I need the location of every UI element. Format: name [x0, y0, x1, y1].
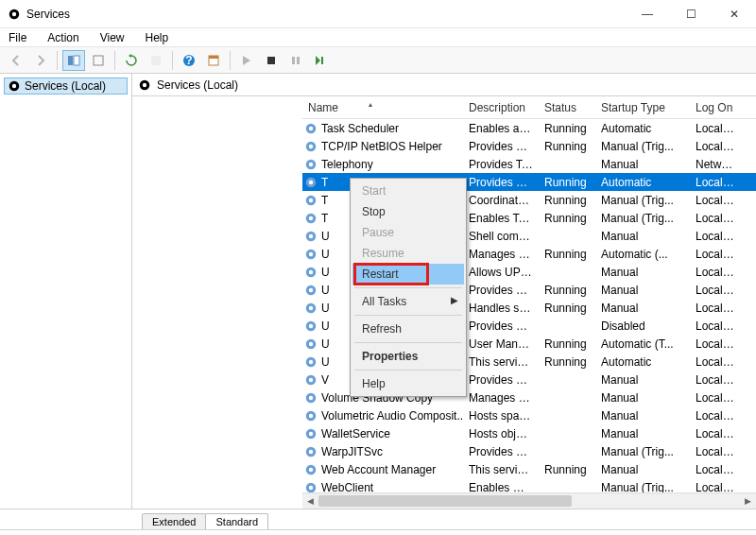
toolbar-separator [172, 51, 173, 70]
window-controls: — ☐ ✕ [626, 0, 756, 28]
service-name: Web Account Manager [321, 463, 436, 476]
service-startup: Manual (Trig... [595, 212, 690, 225]
restart-service-button[interactable] [309, 50, 332, 71]
service-status: Running [539, 302, 595, 315]
menu-action[interactable]: Action [43, 29, 82, 46]
forward-button[interactable] [29, 50, 52, 71]
menu-file[interactable]: File [5, 29, 30, 46]
scroll-right-button[interactable]: ▶ [740, 493, 756, 509]
column-description[interactable]: Description [463, 101, 539, 114]
svg-rect-12 [297, 57, 300, 64]
export-list-button[interactable] [145, 50, 167, 71]
refresh-button[interactable] [120, 50, 143, 71]
svg-point-37 [309, 287, 313, 291]
column-name[interactable]: Name▴ [302, 101, 463, 114]
service-logon: Local Sy [690, 391, 742, 405]
menu-view[interactable]: View [96, 29, 129, 46]
service-description: Provides su... [463, 319, 539, 333]
service-logon: Local Se [690, 140, 742, 153]
start-service-button[interactable] [235, 50, 258, 71]
ctx-pause: Pause [352, 222, 464, 243]
close-button[interactable]: ✕ [713, 0, 756, 28]
ctx-help[interactable]: Help [352, 373, 464, 394]
export-button[interactable] [87, 50, 110, 71]
service-status: Running [539, 176, 595, 189]
toolbar-separator [230, 51, 231, 70]
show-hide-tree-button[interactable] [62, 50, 85, 71]
menu-help[interactable]: Help [142, 29, 173, 46]
ctx-stop[interactable]: Stop [352, 201, 464, 222]
service-row[interactable]: Task SchedulerEnables a us...RunningAuto… [302, 119, 756, 137]
gear-icon [304, 409, 318, 423]
tree-node-services-local[interactable]: Services (Local) [4, 78, 128, 95]
service-startup: Automatic [595, 122, 690, 135]
horizontal-scrollbar[interactable]: ◀ ▶ [302, 492, 756, 509]
ctx-separator [354, 315, 462, 316]
title-bar: Services — ☐ ✕ [0, 0, 756, 28]
service-startup: Automatic (... [595, 248, 690, 261]
properties-button[interactable] [202, 50, 225, 71]
scroll-thumb[interactable] [318, 495, 572, 507]
column-status[interactable]: Status [539, 101, 595, 114]
scroll-track[interactable] [318, 493, 740, 509]
help-button[interactable]: ? [178, 50, 200, 71]
ctx-separator [354, 370, 462, 371]
ctx-refresh[interactable]: Refresh [352, 319, 464, 339]
service-logon: Local Sy [690, 248, 742, 261]
minimize-button[interactable]: — [626, 0, 669, 28]
ctx-properties[interactable]: Properties [352, 346, 464, 367]
ctx-all-tasks[interactable]: All Tasks▶ [352, 291, 464, 312]
column-log-on[interactable]: Log On [690, 101, 742, 114]
svg-point-21 [309, 144, 313, 147]
service-startup: Manual (Trig... [595, 445, 690, 458]
service-status: Running [539, 355, 595, 369]
sort-indicator-icon: ▴ [369, 101, 372, 109]
service-name: U [321, 355, 330, 369]
ctx-restart[interactable]: Restart [352, 264, 464, 285]
tab-standard[interactable]: Standard [205, 513, 268, 529]
service-row[interactable]: TelephonyProvides Tel...ManualNetwork [302, 155, 756, 173]
service-startup: Manual (Trig... [595, 140, 690, 153]
service-description: User Manag... [463, 337, 539, 351]
view-tabs: Extended Standard [0, 509, 756, 529]
ctx-resume: Resume [352, 243, 464, 264]
service-name: V [321, 373, 329, 387]
gear-icon [304, 194, 318, 207]
ctx-start: Start [352, 181, 464, 201]
service-startup: Automatic [595, 176, 690, 189]
service-description: Enables Tou... [463, 212, 539, 225]
service-logon: Local Se [690, 266, 742, 279]
tab-extended[interactable]: Extended [142, 513, 206, 529]
service-name: Telephony [321, 158, 373, 171]
maximize-button[interactable]: ☐ [669, 0, 713, 28]
service-logon: Local Se [690, 409, 742, 423]
gear-icon [304, 319, 318, 333]
service-name: U [321, 284, 330, 297]
svg-point-43 [309, 341, 313, 345]
status-bar: Stop and Start service Themes on Local C… [0, 529, 756, 535]
service-status: Running [539, 284, 595, 297]
service-name: T [321, 194, 328, 207]
service-name: WarpJITSvc [321, 445, 383, 458]
service-row[interactable]: WarpJITSvcProvides a JI...Manual (Trig..… [302, 442, 756, 460]
pause-service-button[interactable] [284, 50, 307, 71]
gear-icon [304, 176, 318, 189]
svg-rect-10 [267, 57, 275, 64]
scroll-left-button[interactable]: ◀ [302, 493, 318, 509]
svg-rect-11 [292, 57, 295, 64]
stop-service-button[interactable] [260, 50, 283, 71]
service-row[interactable]: Web Account ManagerThis service ...Runni… [302, 460, 756, 478]
service-startup: Manual [595, 463, 690, 476]
gear-icon [304, 445, 318, 458]
service-row[interactable]: WalletServiceHosts objec...ManualLocal S… [302, 424, 756, 442]
svg-point-53 [309, 431, 313, 435]
service-row[interactable]: TCP/IP NetBIOS HelperProvides su...Runni… [302, 137, 756, 155]
service-logon: Local Sy [690, 284, 742, 297]
service-row[interactable]: Volumetric Audio Composit...Hosts spatia… [302, 406, 756, 424]
gear-icon [8, 79, 21, 93]
service-name: U [321, 337, 330, 351]
back-button[interactable] [5, 50, 27, 71]
service-startup: Automatic [595, 355, 690, 369]
column-startup-type[interactable]: Startup Type [595, 101, 690, 114]
svg-point-33 [309, 251, 313, 255]
